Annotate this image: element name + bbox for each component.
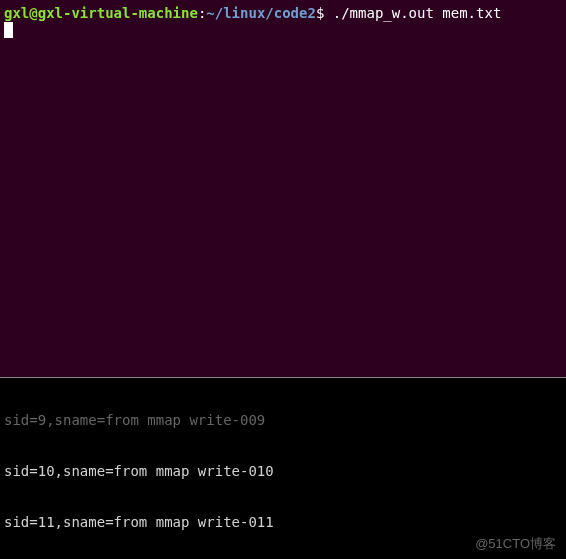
cursor-icon [4,22,13,38]
terminal-bottom-pane[interactable]: sid=9,sname=from mmap write-009 sid=10,s… [0,378,566,559]
output-line: sid=11,sname=from mmap write-011 [4,514,562,531]
output-line: sid=10,sname=from mmap write-010 [4,463,562,480]
output-faded-line: sid=9,sname=from mmap write-009 [4,412,562,429]
prompt-dollar: $ [316,5,333,21]
terminal-top-pane[interactable]: gxl@gxl-virtual-machine:~/linux/code2$ .… [0,0,566,378]
prompt-path: ~/linux/code2 [206,5,316,21]
prompt-user-host: gxl@gxl-virtual-machine [4,5,198,21]
watermark-text: @51CTO博客 [475,535,556,553]
cursor-line [4,22,562,38]
command-text: ./mmap_w.out mem.txt [333,5,502,21]
prompt-line: gxl@gxl-virtual-machine:~/linux/code2$ .… [4,4,562,22]
